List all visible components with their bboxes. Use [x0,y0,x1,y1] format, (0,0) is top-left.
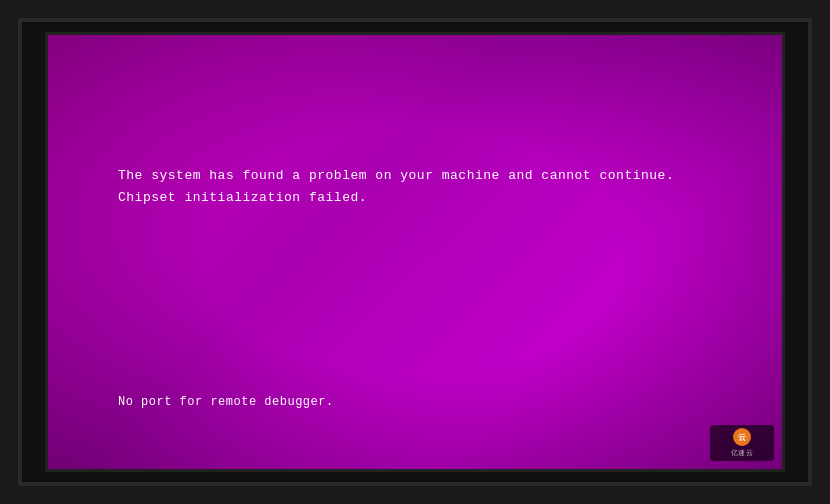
watermark-badge: 云 亿速云 [710,425,774,461]
bottom-debug-message: No port for remote debugger. [118,395,334,409]
error-line-1: The system has found a problem on your m… [118,165,674,187]
error-line-2: Chipset initialization failed. [118,187,674,209]
watermark-icon: 云 [733,428,751,446]
watermark-label: 亿速云 [731,448,753,458]
error-message-block: The system has found a problem on your m… [118,165,674,209]
bsod-screen: The system has found a problem on your m… [45,32,785,472]
monitor-outer: The system has found a problem on your m… [0,0,830,504]
